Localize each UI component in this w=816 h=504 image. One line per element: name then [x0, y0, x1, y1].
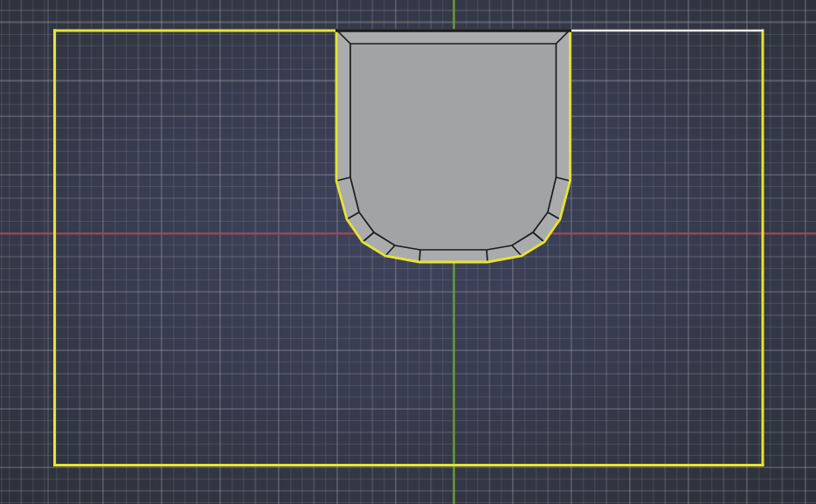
mesh-radial-edge[interactable] — [487, 250, 488, 262]
viewport-3d[interactable] — [0, 0, 816, 504]
mesh-inner-face[interactable] — [350, 44, 557, 250]
mesh-radial-edge[interactable] — [419, 250, 420, 262]
scene-svg — [0, 0, 816, 504]
